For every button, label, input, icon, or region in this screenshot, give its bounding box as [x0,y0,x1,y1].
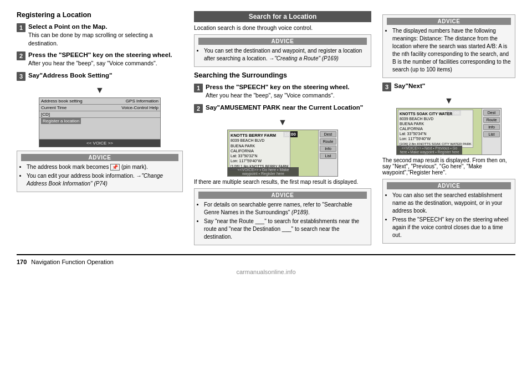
left-step-1-desc: This can be done by map scrolling or sel… [28,31,183,47]
left-step-2-title: Press the "SPEECH" key on the steering w… [28,51,183,58]
right-step-3-content: Say"Next" [394,82,515,91]
middle-advice-bottom: ADVICE For details on searchable genre n… [194,188,371,245]
middle-step-1-content: Press the "SPEECH" key on the steering w… [206,84,371,100]
menu-cell-cd: [CD] [41,112,50,117]
menu-cell-addr-book: Address book setting [41,99,83,104]
middle-section2-title: Searching the Surroundings [194,71,371,79]
footer-text: Navigation Function Operation [31,259,114,265]
left-step-3-content: Say"Address Book Setting" [28,72,183,81]
map-btn-route: Route [320,138,336,145]
left-step-3-title: Say"Address Book Setting" [28,72,183,79]
menu-cell-gps: GPS Information [126,99,158,104]
right-map-btn-list: List [483,131,500,137]
right-map-sidebar: Dest Route Info List [482,109,501,154]
left-advice-item-2: You can edit your address book informati… [27,172,178,188]
middle-advice-bottom-item-1: For details on searchable genre names, r… [204,201,367,216]
left-advice-header: ADVICE [21,154,178,161]
middle-map-screen: 10:00 KNOTTS BERRY FARM 8039 BEACH BLVD … [227,130,338,177]
middle-map-sidebar: Dest Route Info List [318,130,337,176]
right-after-map: The second map result is displayed. From… [382,157,515,176]
middle-step-2-content: Say"AMUSEMENT PARK near the Current Loca… [206,104,371,113]
middle-map-bottom: <<VOICE>> • Go here • Make waypoint • Re… [228,167,299,176]
middle-step-num-1: 1 [194,84,203,92]
middle-step-1: 1 Press the "SPEECH" key on the steering… [194,84,371,100]
middle-advice-bottom-header: ADVICE [198,192,367,199]
right-advice-bottom-list: You can also set the searched establishm… [387,192,511,239]
left-advice-item-1: The address book mark becomes 📌 (pin mar… [27,163,178,171]
right-map-btn-info: Info [483,124,500,130]
menu-cell-register: Register a location [41,118,81,124]
left-step-2-content: Press the "SPEECH" key on the steering w… [28,51,183,68]
left-step-1: 1 Select a Point on the Map. This can be… [17,23,183,47]
right-map-btn-dest: Dest [483,110,500,116]
right-advice-top-header: ADVICE [387,18,511,25]
footer: 170 Navigation Function Operation [17,254,515,266]
right-map-bottom: <<VOICE>> • Next • Previous • Go here • … [397,146,462,154]
middle-advice-top-header: ADVICE [198,38,367,45]
middle-advice-bottom-list: For details on searchable genre names, r… [198,201,367,241]
right-column: ADVICE The displayed numbers have the fo… [382,11,515,249]
right-advice-bottom: ADVICE You can also set the searched est… [382,179,515,244]
right-step-3-title: Say"Next" [394,82,515,89]
left-step-1-title: Select a Point on the Map. [28,23,183,30]
middle-advice-top-list: You can set the destination and waypoint… [198,47,367,63]
footer-page-num: 170 [17,259,27,265]
middle-step-1-desc: After you hear the "beep", say "Voice co… [206,91,371,100]
step-num-3: 3 [17,72,25,81]
step-num-1: 1 [17,23,25,32]
left-advice-list: The address book mark becomes 📌 (pin mar… [21,163,178,188]
right-advice-bottom-header: ADVICE [387,182,511,189]
middle-advice-bottom-item-2: Say "near the Route ___" to search for e… [204,218,367,241]
step-num-2: 2 [17,51,25,60]
left-step-2: 2 Press the "SPEECH" key on the steering… [17,51,183,68]
middle-intro: Location search is done through voice co… [194,24,371,31]
left-step-3: 3 Say"Address Book Setting" [17,72,183,81]
right-map-info: KNOTTS SOAK CITY WATER 8039 BEACH BLVD B… [398,110,473,148]
page: Registering a Location 1 Select a Point … [17,11,515,275]
right-advice-bottom-item-1: You can also set the searched establishm… [392,192,511,215]
left-step-1-content: Select a Point on the Map. This can be d… [28,23,183,47]
middle-map-main: 10:00 KNOTTS BERRY FARM 8039 BEACH BLVD … [228,130,318,176]
middle-column: Search for a Location Location search is… [194,11,371,249]
middle-advice-top-item-1: You can set the destination and waypoint… [204,47,367,63]
right-map-btn-route: Route [483,117,500,123]
screen-menu-left: Address book setting GPS Information Cur… [39,97,161,147]
middle-step-num-2: 2 [194,104,203,113]
middle-advice-top: ADVICE You can set the destination and w… [194,34,371,67]
middle-section-header: Search for a Location [194,11,371,22]
right-advice-top: ADVICE The displayed numbers have the fo… [382,14,515,78]
left-step-2-desc: After you hear the "beep", say "Voice co… [28,59,183,68]
right-map-screen: 10:00 KNOTTS SOAK CITY WATER 8039 BEACH … [396,108,502,155]
right-step-num-3: 3 [382,82,391,91]
map-btn-list: List [320,153,336,159]
map-btn-info: Info [320,146,336,152]
middle-map-info: KNOTTS BERRY FARM 8039 BEACH BLVD BUENA … [229,131,290,171]
left-column: Registering a Location 1 Select a Point … [17,11,183,249]
right-advice-top-item-1: The displayed numbers have the following… [392,27,511,74]
right-advice-top-list: The displayed numbers have the following… [387,27,511,74]
watermark: carmanualsonline.info [17,269,515,275]
middle-step-2-title: Say"AMUSEMENT PARK near the Current Loca… [206,104,371,111]
arrow-down-left: ▼ [17,85,183,95]
middle-step-1-title: Press the "SPEECH" key on the steering w… [206,84,371,90]
right-map-main: 10:00 KNOTTS SOAK CITY WATER 8039 BEACH … [397,109,482,154]
screen-menu-bottom: << VOICE >> [39,140,160,147]
main-content: Registering a Location 1 Select a Point … [17,11,515,249]
arrow-down-right: ▼ [382,96,515,106]
left-advice-box: ADVICE The address book mark becomes 📌 (… [17,151,183,192]
menu-cell-voice-ctrl: Voice-Control Help [121,105,158,110]
middle-after-map: If there are multiple search results, th… [194,179,371,185]
arrow-down-middle: ▼ [194,117,371,127]
menu-cell-time: Current Time [41,105,66,110]
middle-step-2: 2 Say"AMUSEMENT PARK near the Current Lo… [194,104,371,113]
map-btn-dest: Dest [320,131,336,137]
left-section-title: Registering a Location [17,11,183,19]
right-advice-bottom-item-2: Press the "SPEECH" key on the steering w… [392,216,511,239]
right-step-3: 3 Say"Next" [382,82,515,91]
